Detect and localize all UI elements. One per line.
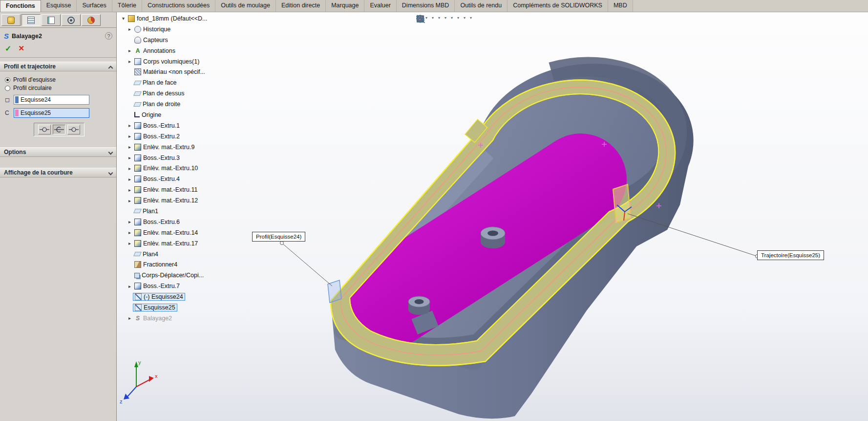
tree-item-boss-extru-3[interactable]: ▸Boss.-Extru.3 xyxy=(120,153,230,163)
tree-item-annotations[interactable]: ▸AAnnotations xyxy=(120,45,230,56)
tree-item-enl-v-mat-extru-12[interactable]: ▸Enlèv. mat.-Extru.12 xyxy=(120,195,230,206)
ribbon-tab-evaluer[interactable]: Evaluer xyxy=(364,0,396,12)
tree-item-boss-extru-1[interactable]: ▸Boss.-Extru.1 xyxy=(120,120,230,131)
expand-arrow-icon[interactable]: ▸ xyxy=(127,177,133,182)
tree-item-fractionner4[interactable]: Fractionner4 xyxy=(120,259,230,270)
help-icon[interactable]: ? xyxy=(105,32,112,40)
draft-analysis-button[interactable] xyxy=(474,17,477,20)
tree-item-corps-d-placer-copi-[interactable]: Corps-Déplacer/Copi... xyxy=(120,270,230,281)
property-manager-tab[interactable] xyxy=(21,14,41,26)
radio-profil-esquisse[interactable]: Profil d'esquisse xyxy=(5,76,113,83)
tree-item-plan1[interactable]: Plan1 xyxy=(120,206,230,217)
expand-arrow-icon[interactable]: ▾ xyxy=(120,16,127,21)
tree-item-plan-de-face[interactable]: Plan de face xyxy=(120,77,230,88)
tree-item-plan-de-dessus[interactable]: Plan de dessus xyxy=(120,88,230,99)
dropdown-caret-icon[interactable]: ▾ xyxy=(451,16,453,20)
dynamic-annotation-button[interactable]: ▾ xyxy=(436,14,442,22)
dimxpert-manager-tab[interactable] xyxy=(62,14,81,26)
tree-item-enl-v-mat-extru-10[interactable]: ▸Enlèv. mat.-Extru.10 xyxy=(120,163,230,174)
expand-arrow-icon[interactable]: ▸ xyxy=(127,48,133,53)
display-style-button[interactable]: ▾ xyxy=(443,14,448,22)
ribbon-tab-surfaces[interactable]: Surfaces xyxy=(77,0,112,12)
sweep-option-button-2[interactable] xyxy=(53,125,65,134)
hide-show-button[interactable]: ▾ xyxy=(449,14,454,22)
sweep-icon: S xyxy=(134,315,141,322)
profile-sketch-square[interactable] xyxy=(328,280,341,303)
tree-item-label: Boss.-Extru.6 xyxy=(143,219,180,225)
sweep-option-button-1[interactable] xyxy=(38,125,51,134)
view-settings-button[interactable]: ▾ xyxy=(468,14,473,22)
expand-arrow-icon[interactable]: ▸ xyxy=(127,59,133,64)
section-options[interactable]: Options xyxy=(0,147,116,157)
expand-arrow-icon[interactable]: ▸ xyxy=(127,155,133,160)
section-view-button[interactable]: ▾ xyxy=(430,14,435,22)
expand-arrow-icon[interactable]: ▸ xyxy=(127,284,133,289)
tree-item-esquisse25[interactable]: Esquisse25 xyxy=(120,302,230,313)
dropdown-caret-icon[interactable]: ▾ xyxy=(432,16,434,20)
tree-item-enl-v-mat-extru-14[interactable]: ▸Enlèv. mat.-Extru.14 xyxy=(120,227,230,238)
configuration-manager-tab[interactable] xyxy=(42,14,61,26)
tree-item-corps-volumiques-1-[interactable]: ▸Corps volumiques(1) xyxy=(120,56,230,67)
ribbon-tab-esquisse[interactable]: Esquisse xyxy=(41,0,77,12)
ribbon-tab-t-lerie[interactable]: Tôlerie xyxy=(112,0,142,12)
dropdown-caret-icon[interactable]: ▾ xyxy=(470,16,472,20)
tree-root-part[interactable]: ▾fond_18mm (Défaut<<D... xyxy=(120,13,230,24)
expand-arrow-icon[interactable]: ▸ xyxy=(127,166,133,171)
tree-item-mat-riau-non-sp-cif-[interactable]: Matériau <non spécif... xyxy=(120,66,230,77)
sweep-option-button-3[interactable] xyxy=(67,125,80,134)
ribbon-tab-edition-directe[interactable]: Edition directe xyxy=(276,0,326,12)
radio-profil-circulaire[interactable]: Profil circulaire xyxy=(5,85,113,91)
profile-field[interactable]: Esquisse24 xyxy=(14,95,89,105)
expand-arrow-icon[interactable]: ▸ xyxy=(127,198,133,203)
ribbon-tab-constructions-soud-es[interactable]: Constructions soudées xyxy=(142,0,215,12)
ribbon-tab-outils-de-rendu[interactable]: Outils de rendu xyxy=(455,0,508,12)
dropdown-caret-icon[interactable]: ▾ xyxy=(464,16,466,20)
tree-item-enl-v-mat-extru-11[interactable]: ▸Enlèv. mat.-Extru.11 xyxy=(120,184,230,195)
expand-arrow-icon[interactable]: ▸ xyxy=(127,219,133,224)
tree-item-origine[interactable]: Origine xyxy=(120,110,230,120)
tree-item-plan-de-droite[interactable]: Plan de droite xyxy=(120,99,230,110)
tree-item-boss-extru-4[interactable]: ▸Boss.-Extru.4 xyxy=(120,174,230,184)
tree-item-enl-v-mat-extru-17[interactable]: ▸Enlèv. mat.-Extru.17 xyxy=(120,238,230,249)
tree-item-balayage2[interactable]: ▸SBalayage2 xyxy=(120,313,230,324)
section-affichage-courbure[interactable]: Affichage de la courbure xyxy=(0,168,116,177)
apply-scene-button[interactable]: ▾ xyxy=(462,14,467,22)
edit-appearance-button[interactable]: ▾ xyxy=(455,14,461,22)
ribbon-tab-dimensions-mbd[interactable]: Dimensions MBD xyxy=(397,0,455,12)
tree-item--esquisse24[interactable]: (-) Esquisse24 xyxy=(120,291,230,302)
expand-arrow-icon[interactable]: ▸ xyxy=(127,133,133,139)
ribbon-tab-compl-ments-de-solidworks[interactable]: Compléments de SOLIDWORKS xyxy=(508,0,608,12)
tree-item-boss-extru-6[interactable]: ▸Boss.-Extru.6 xyxy=(120,217,230,227)
dropdown-caret-icon[interactable]: ▾ xyxy=(438,16,440,20)
tree-item-capteurs[interactable]: Capteurs xyxy=(120,35,230,45)
section-profil-trajectoire[interactable]: Profil et trajectoire xyxy=(0,62,116,71)
feature-manager-tab[interactable] xyxy=(1,14,21,26)
callout-profile[interactable]: Profil(Esquisse24) xyxy=(252,232,305,242)
dropdown-caret-icon[interactable]: ▾ xyxy=(457,16,459,20)
callout-path[interactable]: Trajectoire(Esquisse25) xyxy=(757,250,824,260)
tree-item-boss-extru-7[interactable]: ▸Boss.-Extru.7 xyxy=(120,281,230,291)
expand-arrow-icon[interactable]: ▸ xyxy=(127,144,133,150)
ribbon-tab-fonctions[interactable]: Fonctions xyxy=(0,0,41,12)
tree-item-plan4[interactable]: Plan4 xyxy=(120,249,230,260)
tree-item-enl-v-mat-extru-9[interactable]: ▸Enlèv. mat.-Extru.9 xyxy=(120,142,230,153)
display-manager-tab[interactable] xyxy=(82,14,101,26)
ribbon-tab-outils-de-moulage[interactable]: Outils de moulage xyxy=(215,0,276,12)
expand-arrow-icon[interactable]: ▸ xyxy=(127,315,133,321)
tree-item-boss-extru-2[interactable]: ▸Boss.-Extru.2 xyxy=(120,131,230,142)
dropdown-caret-icon[interactable]: ▾ xyxy=(445,16,446,20)
ribbon-tab-mbd[interactable]: MBD xyxy=(608,0,633,12)
ribbon-tab-marquage[interactable]: Marquage xyxy=(326,0,364,12)
expand-arrow-icon[interactable]: ▸ xyxy=(127,230,133,235)
expand-arrow-icon[interactable]: ▸ xyxy=(127,241,133,246)
expand-arrow-icon[interactable]: ▸ xyxy=(127,187,133,193)
hide-all-types-button[interactable] xyxy=(478,17,481,20)
cancel-button[interactable]: ✕ xyxy=(18,44,24,53)
tree-item-historique[interactable]: ▸Historique xyxy=(120,24,230,35)
dropdown-caret-icon[interactable]: ▾ xyxy=(425,16,427,20)
path-field[interactable]: Esquisse25 xyxy=(14,108,89,118)
expand-arrow-icon[interactable]: ▸ xyxy=(127,123,133,128)
ok-button[interactable]: ✓ xyxy=(5,44,11,53)
expand-arrow-icon[interactable]: ▸ xyxy=(127,26,133,32)
follow-path-icon xyxy=(40,127,49,133)
